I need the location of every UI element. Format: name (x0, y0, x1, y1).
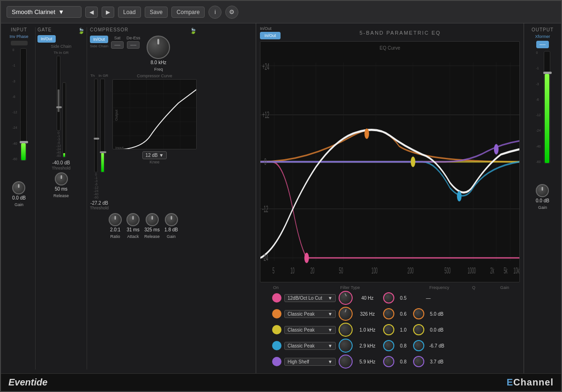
output-fader-area: 0 -1 -3 -6 -12 -24 -40 -60 (535, 51, 550, 182)
preset-select[interactable]: Smooth Clarinet ▼ (7, 6, 81, 18)
band4-gain-knob[interactable] (413, 340, 424, 351)
band5-on-button[interactable] (272, 357, 281, 366)
comp-th-thumb[interactable] (94, 138, 99, 140)
input-gain-value: 0.0 dB (12, 195, 26, 200)
gate-ingr-label: In GR (59, 51, 69, 55)
dropdown-arrow: ▼ (58, 8, 64, 15)
gate-threshold-fader[interactable]: 0 -1 -3 -6 -12 -24 -40 -60 (56, 56, 61, 157)
comp-leaf-icon: 🍃 (190, 28, 197, 34)
band5-dot[interactable] (494, 144, 499, 155)
comp-sat-toggle[interactable]: ── (111, 41, 124, 49)
band5-q-value: 0.8 (396, 359, 410, 364)
info-button[interactable]: i (208, 6, 222, 19)
svg-text:-24: -24 (262, 252, 268, 263)
input-gain-label: Gain (15, 202, 23, 207)
gate-ingr-fader[interactable] (62, 82, 66, 157)
gate-release-knob[interactable] (55, 172, 68, 185)
band5-q-knob[interactable] (383, 356, 394, 367)
gate-th-thumb[interactable] (56, 106, 62, 108)
comp-ratio-value: 2.0:1 (110, 227, 120, 232)
band4-filter-select[interactable]: Classic Peak ▼ (284, 342, 336, 350)
comp-ingr-fader[interactable] (100, 79, 105, 172)
comp-ingr-label: In GR (98, 74, 108, 78)
band5-gain-knob[interactable] (413, 356, 424, 367)
band2-gain-knob[interactable] (413, 308, 424, 319)
band3-gain-knob[interactable] (413, 324, 424, 335)
band1-q-knob[interactable] (383, 292, 394, 303)
comp-release-knob[interactable] (146, 213, 159, 226)
band4-on-button[interactable] (272, 341, 281, 350)
settings-button[interactable]: ⚙ (225, 6, 238, 19)
save-button[interactable]: Save (145, 7, 168, 18)
comp-ratio-knob[interactable] (109, 213, 122, 226)
gate-sidechain-label: Side Chain (51, 44, 71, 49)
band3-freq-knob[interactable] (339, 323, 353, 337)
band2-dot[interactable] (364, 128, 369, 139)
comp-knee-select[interactable]: 12 dB ▼ (142, 151, 167, 159)
preset-name: Smooth Clarinet (12, 8, 55, 15)
svg-text:100: 100 (371, 266, 377, 275)
svg-text:500: 500 (444, 266, 451, 275)
band2-on-button[interactable] (272, 309, 281, 318)
band1-freq-knob[interactable] (339, 291, 353, 305)
output-gain-knob[interactable] (536, 184, 549, 197)
band3-filter-select[interactable]: Classic Peak ▼ (284, 326, 336, 334)
input-inv-phase-toggle[interactable] (11, 41, 28, 45)
comp-inout-button[interactable]: In/Out (90, 36, 108, 43)
comp-ingr-thumb[interactable] (100, 151, 106, 153)
output-fader-thumb[interactable] (543, 72, 552, 74)
eq-inout-button[interactable]: In/Out (260, 32, 281, 39)
comp-knee-label: Knee (150, 160, 160, 164)
comp-attack-value: 31 ms (126, 227, 139, 232)
svg-text:Output: Output (114, 109, 118, 121)
svg-text:1000: 1000 (467, 266, 476, 275)
band3-on-button[interactable] (272, 325, 281, 334)
band4-gain-value: -6.7 dB (426, 343, 447, 348)
comp-curve-svg: Input Output (112, 79, 197, 149)
band1-on-button[interactable] (272, 293, 281, 303)
bottom-bar: Eventide EChannel (1, 373, 561, 391)
svg-text:10k: 10k (513, 266, 519, 275)
comp-attack-knob[interactable] (126, 213, 140, 226)
band3-dot[interactable] (411, 156, 415, 167)
band3-q-knob[interactable] (383, 324, 394, 335)
comp-freq-dial[interactable] (147, 36, 170, 59)
col-filter-header: Filter Type (282, 285, 418, 290)
comp-title: COMPRESSOR (90, 27, 128, 32)
next-preset-button[interactable]: ▶ (102, 7, 114, 18)
comp-dees-toggle[interactable]: ── (127, 41, 140, 49)
band4-q-knob[interactable] (383, 340, 394, 351)
compare-button[interactable]: Compare (171, 7, 205, 18)
band5-freq-knob[interactable] (339, 355, 353, 369)
band2-filter-select[interactable]: Classic Peak ▼ (284, 310, 336, 318)
eq-band-row-3: Classic Peak ▼ 1.0 kHz 1.0 0.0 dB (260, 323, 520, 337)
input-gain-knob[interactable] (12, 181, 25, 194)
input-title: INPUT (11, 27, 27, 32)
prev-preset-button[interactable]: ◀ (85, 7, 98, 18)
output-gain-label: Gain (538, 205, 547, 210)
comp-release-value: 325 ms (144, 227, 160, 232)
band3-freq-value: 1.0 kHz (355, 327, 380, 333)
eq-graph: EQ Curve (260, 41, 520, 282)
band1-dot[interactable] (304, 253, 309, 263)
input-fader[interactable] (20, 48, 27, 161)
comp-gain-value: 1.8 dB (164, 227, 178, 232)
output-fader[interactable] (544, 51, 550, 163)
comp-gain-knob[interactable] (165, 213, 178, 226)
band2-q-knob[interactable] (383, 308, 394, 319)
svg-text:-12: -12 (262, 203, 268, 214)
band2-freq-knob[interactable] (339, 307, 353, 321)
band5-filter-select[interactable]: High Shelf ▼ (284, 358, 336, 366)
gate-inout-button[interactable]: In/Out (37, 35, 56, 43)
load-button[interactable]: Load (118, 7, 141, 18)
output-subtitle: Xformer (535, 34, 550, 39)
band1-filter-select[interactable]: 12dB/Oct Lo Cut ▼ (284, 294, 336, 302)
output-xformer-toggle[interactable]: ── (536, 41, 549, 48)
gate-release-value: 50 ms (55, 186, 67, 192)
band4-freq-knob[interactable] (339, 339, 353, 353)
comp-attack-label: Attack (127, 234, 139, 239)
input-fader-thumb[interactable] (20, 141, 28, 143)
band4-dot[interactable] (457, 191, 462, 201)
comp-freq-value: 8.0 kHz (150, 60, 166, 65)
comp-threshold-fader[interactable] (94, 79, 98, 172)
